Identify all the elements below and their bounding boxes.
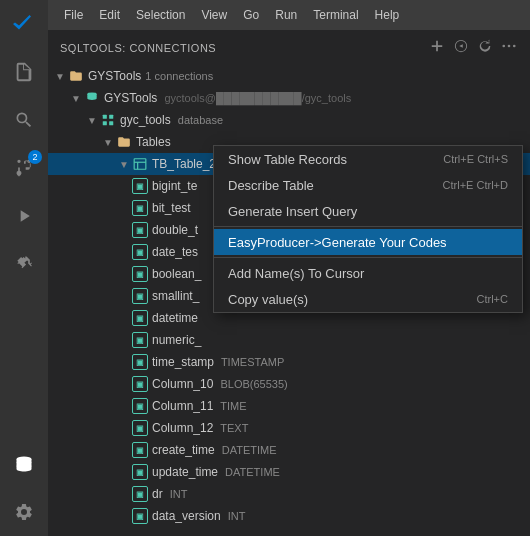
source-control-badge: 2 xyxy=(28,150,42,164)
ctx-copy-shortcut: Ctrl+C xyxy=(477,293,508,305)
extensions-icon[interactable] xyxy=(0,240,48,288)
vscode-logo xyxy=(0,0,48,48)
ctx-describe-shortcut: Ctrl+E Ctrl+D xyxy=(443,179,508,191)
ctx-generate-insert[interactable]: Generate Insert Query xyxy=(214,198,522,224)
activity-bar: 2 xyxy=(0,0,48,536)
ctx-show-records-label: Show Table Records xyxy=(228,152,427,167)
ctx-easy-producer-label: EasyProducer->Generate Your Codes xyxy=(228,235,508,250)
ctx-add-name-label: Add Name(s) To Cursor xyxy=(228,266,508,281)
ctx-generate-insert-label: Generate Insert Query xyxy=(228,204,508,219)
context-menu: Show Table Records Ctrl+E Ctrl+S Describ… xyxy=(213,145,523,313)
menu-help[interactable]: Help xyxy=(367,6,408,24)
ctx-describe-label: Describe Table xyxy=(228,178,427,193)
ctx-easy-producer[interactable]: EasyProducer->Generate Your Codes xyxy=(214,229,522,255)
menu-selection[interactable]: Selection xyxy=(128,6,193,24)
sqltools-icon[interactable] xyxy=(0,440,48,488)
ctx-show-records[interactable]: Show Table Records Ctrl+E Ctrl+S xyxy=(214,146,522,172)
context-menu-overlay: Show Table Records Ctrl+E Ctrl+S Describ… xyxy=(48,30,530,536)
menu-bar: File Edit Selection View Go Run Terminal… xyxy=(48,0,530,30)
files-icon[interactable] xyxy=(0,48,48,96)
ctx-copy-label: Copy value(s) xyxy=(228,292,461,307)
ctx-add-name[interactable]: Add Name(s) To Cursor xyxy=(214,260,522,286)
menu-view[interactable]: View xyxy=(193,6,235,24)
sqltools-panel: SQLTOOLS: CONNECTIONS xyxy=(48,30,530,536)
source-control-icon[interactable]: 2 xyxy=(0,144,48,192)
ctx-separator-1 xyxy=(214,226,522,227)
search-icon[interactable] xyxy=(0,96,48,144)
main-area: File Edit Selection View Go Run Terminal… xyxy=(48,0,530,536)
ctx-copy-values[interactable]: Copy value(s) Ctrl+C xyxy=(214,286,522,312)
menu-go[interactable]: Go xyxy=(235,6,267,24)
ctx-describe-table[interactable]: Describe Table Ctrl+E Ctrl+D xyxy=(214,172,522,198)
menu-terminal[interactable]: Terminal xyxy=(305,6,366,24)
menu-edit[interactable]: Edit xyxy=(91,6,128,24)
menu-file[interactable]: File xyxy=(56,6,91,24)
menu-run[interactable]: Run xyxy=(267,6,305,24)
settings-icon[interactable] xyxy=(0,488,48,536)
ctx-show-records-shortcut: Ctrl+E Ctrl+S xyxy=(443,153,508,165)
ctx-separator-2 xyxy=(214,257,522,258)
run-debug-icon[interactable] xyxy=(0,192,48,240)
